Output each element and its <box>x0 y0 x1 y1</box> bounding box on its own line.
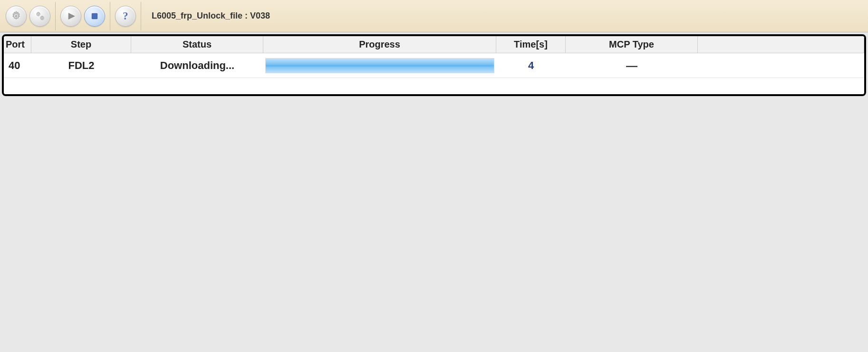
header-step: Step <box>31 36 131 53</box>
table-row[interactable]: 40 FDL2 Downloading... 4 — <box>4 53 864 78</box>
cell-status: Downloading... <box>131 57 263 75</box>
stop-button[interactable] <box>84 6 105 27</box>
header-progress: Progress <box>263 36 496 53</box>
help-icon: ? <box>119 10 132 22</box>
double-settings-button[interactable] <box>29 6 50 27</box>
settings-button[interactable] <box>6 6 27 27</box>
toolbar-group-help: ? <box>115 2 141 30</box>
cell-spacer <box>698 63 864 68</box>
header-status: Status <box>131 36 263 53</box>
empty-row <box>4 78 864 94</box>
cell-progress <box>263 55 496 76</box>
progress-fill <box>266 59 494 73</box>
header-spacer <box>698 36 864 53</box>
toolbar-group-settings <box>6 2 56 30</box>
cell-time: 4 <box>496 57 566 75</box>
download-table: Port Step Status Progress Time[s] MCP Ty… <box>2 34 866 96</box>
content-area: Port Step Status Progress Time[s] MCP Ty… <box>0 32 868 352</box>
cell-step: FDL2 <box>31 57 131 75</box>
table-header-row: Port Step Status Progress Time[s] MCP Ty… <box>4 36 864 53</box>
toolbar: ? L6005_frp_Unlock_file : V038 <box>0 0 868 32</box>
svg-text:?: ? <box>123 10 128 22</box>
svg-rect-1 <box>92 13 97 19</box>
header-time: Time[s] <box>496 36 566 53</box>
cell-mcp: — <box>566 56 698 75</box>
header-mcp: MCP Type <box>566 36 698 53</box>
header-port: Port <box>4 36 31 53</box>
gear-icon <box>10 10 22 22</box>
double-gear-icon <box>34 10 46 22</box>
cell-port: 40 <box>4 57 31 75</box>
play-icon <box>65 10 77 22</box>
start-button[interactable] <box>60 6 81 27</box>
toolbar-title: L6005_frp_Unlock_file : V038 <box>152 11 270 21</box>
toolbar-group-actions <box>60 2 110 30</box>
stop-icon <box>88 10 101 22</box>
help-button[interactable]: ? <box>115 6 136 27</box>
background-panel <box>2 96 866 334</box>
progress-bar <box>265 58 494 73</box>
svg-marker-0 <box>68 13 75 19</box>
